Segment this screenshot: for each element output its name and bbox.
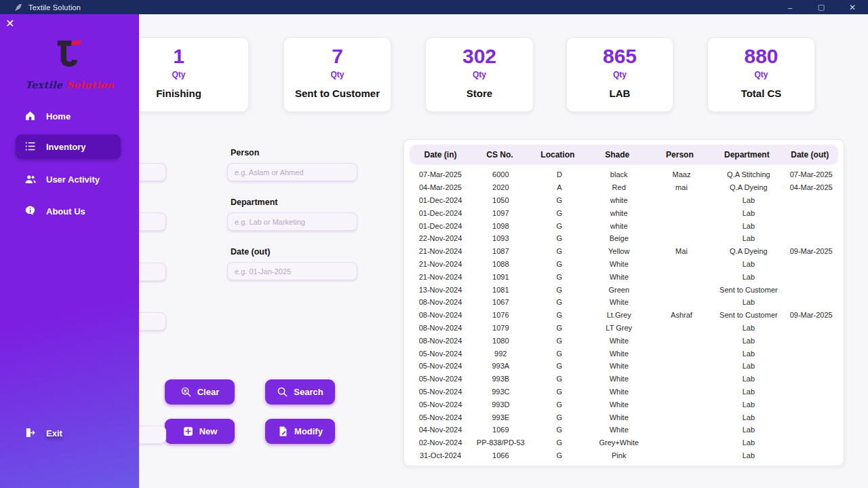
table-row[interactable]: 02-Nov-2024PP-838/PD-53GGrey+WhiteLab xyxy=(410,436,838,449)
table-cell: Lt.Grey xyxy=(589,311,649,319)
table-cell: 04-Mar-2025 xyxy=(410,183,471,191)
table-row[interactable]: 01-Dec-20241098GwhiteLab xyxy=(410,219,838,232)
sidebar-item-user-activity[interactable]: User Activity xyxy=(16,167,121,191)
close-button[interactable]: ✕ xyxy=(837,0,868,14)
table-row[interactable]: 13-Nov-20241081GGreenSent to Customer xyxy=(410,283,838,296)
table-cell: 05-Nov-2024 xyxy=(410,400,471,409)
table-cell: mai xyxy=(649,183,713,191)
stat-card-total-cs: 880 Qty Total CS xyxy=(707,37,815,112)
table-cell: Lab xyxy=(714,298,783,306)
table-row[interactable]: 05-Nov-2024993CGWhiteLab xyxy=(410,386,838,398)
table-cell: Lab xyxy=(714,337,783,345)
table-row[interactable]: 01-Dec-20241097GwhiteLab xyxy=(410,206,838,219)
sidebar-item-inventory[interactable]: Inventory xyxy=(16,134,121,159)
table-cell: Lab xyxy=(714,196,783,204)
table-cell: 1080 xyxy=(471,337,530,345)
table-cell: LT Grey xyxy=(589,324,649,332)
table-cell: G xyxy=(530,400,589,409)
table-row[interactable]: 01-Dec-20241050GwhiteLab xyxy=(410,194,838,207)
table-cell: 1088 xyxy=(471,260,530,268)
table-row[interactable]: 08-Nov-20241079GLT GreyLab xyxy=(410,322,838,335)
table-cell: White xyxy=(589,273,649,281)
table-cell: Lab xyxy=(714,350,783,358)
stat-label: Total CS xyxy=(708,88,814,99)
table-cell: 1098 xyxy=(471,222,530,230)
table-cell: Lab xyxy=(714,324,783,332)
table-row[interactable]: 08-Nov-20241067GWhiteLab xyxy=(410,296,838,309)
table-cell: G xyxy=(530,350,589,358)
table-body: 07-Mar-20256000DblackMaazQ.A Stitching07… xyxy=(410,168,838,462)
table-cell: Lab xyxy=(714,260,783,268)
department-input[interactable] xyxy=(227,212,357,231)
column-header-person: Person xyxy=(648,150,712,159)
column-header-date-out-: Date (out) xyxy=(782,150,838,159)
sidebar-item-exit[interactable]: Exit xyxy=(16,421,111,445)
table-cell: 08-Nov-2024 xyxy=(410,324,471,332)
titlebar: Textile Solution – ▢ ✕ xyxy=(0,0,868,14)
table-cell: 21-Nov-2024 xyxy=(410,260,471,268)
minimize-button[interactable]: – xyxy=(774,0,806,14)
search-button[interactable]: Search xyxy=(265,379,335,405)
table-cell: 13-Nov-2024 xyxy=(410,286,471,294)
table-cell: Yellow xyxy=(589,247,649,255)
stat-unit: Qty xyxy=(708,70,814,79)
table-cell: 1081 xyxy=(471,286,530,294)
table-row[interactable]: 08-Nov-20241076GLt.GreyAshrafSent to Cus… xyxy=(410,309,838,322)
table-row[interactable]: 05-Nov-2024993DGWhiteLab xyxy=(410,398,838,411)
sidebar-item-home[interactable]: Home xyxy=(16,104,121,128)
stat-value: 880 xyxy=(708,45,814,68)
form-field-department: Department xyxy=(227,192,357,231)
table-row[interactable]: 05-Nov-2024993AGWhiteLab xyxy=(410,360,838,373)
table-cell: Lab xyxy=(714,362,783,370)
table-row[interactable]: 04-Nov-20241069GWhiteLab xyxy=(410,424,838,436)
table-cell: 1050 xyxy=(471,196,530,204)
date-out--input[interactable] xyxy=(227,262,357,280)
table-cell: White xyxy=(589,400,649,409)
table-cell: Mai xyxy=(649,247,713,255)
sidebar: ✕ Textile Solution Home Inventory User A… xyxy=(0,14,139,488)
table-cell: Maaz xyxy=(649,170,713,179)
sidebar-menu: Home Inventory User Activity About Us xyxy=(0,14,139,488)
modify-button[interactable]: Modify xyxy=(265,419,335,444)
stat-unit: Qty xyxy=(284,70,391,79)
table-cell: Green xyxy=(589,286,649,294)
table-row[interactable]: 21-Nov-20241091GWhiteLab xyxy=(410,270,838,283)
sidebar-item-about-us[interactable]: About Us xyxy=(16,199,121,223)
table-row[interactable]: 05-Nov-2024993BGWhiteLab xyxy=(410,373,838,386)
new-button[interactable]: New xyxy=(165,419,235,444)
table-row[interactable]: 22-Nov-20241093GBeigeLab xyxy=(410,232,838,245)
table-row[interactable]: 21-Nov-20241087GYellowMaiQ.A Dyeing09-Ma… xyxy=(410,245,838,258)
action-buttons: Clear Search New Modify xyxy=(165,379,335,444)
column-header-date-in-: Date (in) xyxy=(410,150,471,159)
table-cell: 08-Nov-2024 xyxy=(410,298,471,306)
clear-button[interactable]: Clear xyxy=(165,379,235,405)
modify-icon xyxy=(277,426,289,437)
table-cell: 993A xyxy=(471,362,530,370)
column-header-location: Location xyxy=(528,150,587,159)
table-row[interactable]: 05-Nov-2024992GWhiteLab xyxy=(410,347,838,360)
inventory-table: Date (in)CS No.LocationShadePersonDepart… xyxy=(403,139,844,466)
stat-value: 302 xyxy=(426,45,533,68)
table-cell: 993D xyxy=(471,400,530,409)
table-row[interactable]: 21-Nov-20241088GWhiteLab xyxy=(410,258,838,271)
table-cell: White xyxy=(589,375,649,383)
field-label: Person xyxy=(231,148,357,157)
table-cell: G xyxy=(530,247,589,255)
table-row[interactable]: 07-Mar-20256000DblackMaazQ.A Stitching07… xyxy=(410,168,838,181)
info-icon xyxy=(24,205,37,217)
table-cell: Sent to Customer xyxy=(714,311,783,319)
table-cell: Q.A Stitching xyxy=(714,170,783,179)
table-row[interactable]: 08-Nov-20241080GWhiteLab xyxy=(410,334,838,347)
table-cell: Lab xyxy=(714,438,783,447)
table-row[interactable]: 05-Nov-2024993EGWhiteLab xyxy=(410,411,838,424)
table-cell: 01-Dec-2024 xyxy=(410,196,471,204)
table-row[interactable]: 04-Mar-20252020ARedmaiQ.A Dyeing04-Mar-2… xyxy=(410,181,838,194)
maximize-button[interactable]: ▢ xyxy=(806,0,837,14)
table-row[interactable]: 31-Oct-20241066GPinkLab xyxy=(410,449,838,462)
person-input[interactable] xyxy=(227,163,357,181)
table-cell: A xyxy=(530,183,589,191)
table-cell: White xyxy=(589,337,649,345)
table-cell: G xyxy=(530,426,589,434)
table-cell: White xyxy=(589,388,649,396)
table-cell: G xyxy=(530,196,589,204)
